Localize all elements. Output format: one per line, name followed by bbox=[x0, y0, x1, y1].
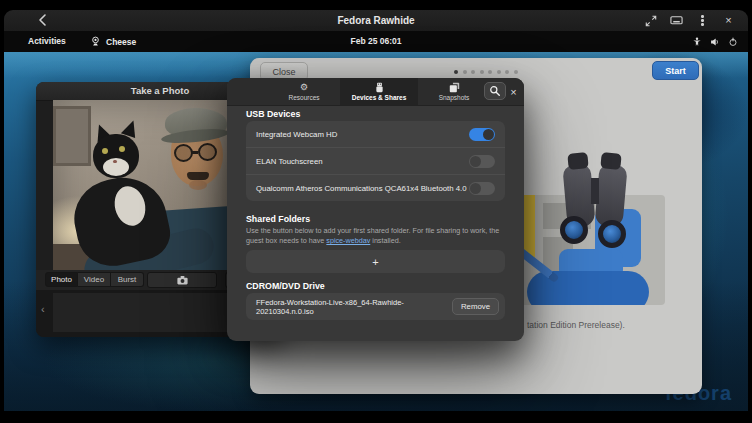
binoculars-eyepiece bbox=[567, 152, 588, 170]
carousel-dot[interactable] bbox=[505, 70, 509, 74]
status-area[interactable] bbox=[692, 31, 738, 52]
toggle-knob bbox=[470, 183, 481, 194]
keyboard-icon bbox=[670, 14, 683, 27]
binoculars-bridge bbox=[591, 178, 599, 204]
carousel-dot[interactable] bbox=[497, 70, 501, 74]
wall-picture bbox=[53, 106, 91, 166]
keyboard-button[interactable] bbox=[669, 13, 684, 28]
toggle-switch[interactable] bbox=[469, 182, 495, 195]
tour-start-button[interactable]: Start bbox=[652, 61, 699, 80]
usb-device-name: ELAN Touchscreen bbox=[256, 157, 469, 166]
binoculars-lens bbox=[598, 220, 626, 248]
boxes-window: Fedora Rawhide × Activities Cheese Feb 2… bbox=[0, 0, 752, 423]
close-icon: × bbox=[510, 86, 516, 98]
clock[interactable]: Feb 25 06:01 bbox=[4, 31, 748, 52]
carousel-dot[interactable] bbox=[488, 70, 492, 74]
usb-device-list: Integrated Webcam HDELAN TouchscreenQual… bbox=[246, 121, 505, 201]
power-icon bbox=[728, 37, 738, 47]
tab-snapshots[interactable]: Snapshots bbox=[418, 78, 490, 105]
back-button[interactable] bbox=[36, 13, 52, 28]
usb-device-name: Integrated Webcam HD bbox=[256, 130, 469, 139]
carousel-dot[interactable] bbox=[471, 70, 475, 74]
chevron-left-icon: ‹ bbox=[41, 303, 45, 315]
iso-name: FFedora-Workstation-Live-x86_64-Rawhide-… bbox=[256, 298, 452, 316]
boxes-titlebar: Fedora Rawhide × bbox=[4, 10, 748, 32]
cdrom-row: FFedora-Workstation-Live-x86_64-Rawhide-… bbox=[246, 293, 505, 320]
fullscreen-button[interactable] bbox=[643, 13, 658, 28]
cheese-tab-video[interactable]: Video bbox=[78, 272, 111, 287]
tab-resources[interactable]: ⚙Resources bbox=[268, 78, 340, 105]
toggle-switch[interactable] bbox=[469, 155, 495, 168]
take-photo-button[interactable] bbox=[147, 272, 217, 288]
toggle-knob bbox=[470, 156, 481, 167]
toggle-switch[interactable] bbox=[469, 128, 495, 141]
tab-label: Resources bbox=[288, 94, 319, 101]
gallery-prev-button[interactable]: ‹ bbox=[41, 303, 45, 315]
cheese-tab-photo[interactable]: Photo bbox=[45, 272, 78, 287]
tab-label: Devices & Shares bbox=[352, 94, 407, 101]
spice-webdav-link[interactable]: spice-webdav bbox=[326, 236, 370, 245]
menu-button[interactable] bbox=[695, 13, 710, 28]
camera-shutter-icon bbox=[176, 275, 189, 286]
window-title: Fedora Rawhide bbox=[4, 10, 748, 31]
search-icon bbox=[489, 85, 501, 97]
toggle-knob bbox=[483, 129, 494, 140]
person-chin bbox=[189, 180, 207, 190]
tab-label: Snapshots bbox=[439, 94, 470, 101]
carousel-dot[interactable] bbox=[463, 70, 467, 74]
usb-section-title: USB Devices bbox=[246, 109, 300, 119]
usb-device-row: Qualcomm Atheros Communications QCA61x4 … bbox=[246, 175, 505, 201]
cdrom-section-title: CDROM/DVD Drive bbox=[246, 281, 325, 291]
close-icon: × bbox=[725, 15, 731, 26]
binoculars-eyepiece bbox=[600, 152, 621, 170]
description-text: installed. bbox=[370, 236, 400, 245]
usb-device-name: Qualcomm Atheros Communications QCA61x4 … bbox=[256, 184, 469, 193]
glasses-left-lens bbox=[174, 144, 193, 162]
usb-icon bbox=[374, 82, 385, 93]
usb-device-row: ELAN Touchscreen bbox=[246, 148, 505, 175]
search-button[interactable] bbox=[484, 82, 506, 100]
remove-iso-button[interactable]: Remove bbox=[452, 298, 499, 315]
kebab-menu-icon bbox=[701, 14, 704, 27]
dialog-close-button[interactable]: × bbox=[506, 78, 521, 105]
carousel-dot[interactable] bbox=[454, 70, 458, 74]
snapshots-icon bbox=[449, 82, 460, 93]
binoculars-barrel bbox=[594, 164, 627, 228]
back-chevron-icon bbox=[36, 13, 52, 27]
fullscreen-icon bbox=[645, 15, 657, 27]
gear-icon: ⚙ bbox=[300, 82, 308, 93]
usb-device-row: Integrated Webcam HD bbox=[246, 121, 505, 148]
cat-nose bbox=[113, 160, 117, 163]
close-window-button[interactable]: × bbox=[721, 13, 736, 28]
carousel-dot[interactable] bbox=[480, 70, 484, 74]
add-shared-folder-button[interactable]: + bbox=[246, 250, 505, 273]
carousel-dot[interactable] bbox=[514, 70, 518, 74]
tab-devices-shares[interactable]: Devices & Shares bbox=[340, 78, 418, 105]
person-mustache bbox=[187, 172, 209, 180]
tour-caption: tation Edition Prerelease). bbox=[527, 320, 625, 330]
carousel-dots[interactable] bbox=[454, 70, 518, 74]
cat-eye bbox=[119, 146, 125, 152]
dialog-header: ⚙ResourcesDevices & SharesSnapshots × bbox=[227, 78, 524, 106]
dialog-tabs: ⚙ResourcesDevices & SharesSnapshots bbox=[268, 78, 490, 105]
gnome-top-bar: Activities Cheese Feb 25 06:01 bbox=[4, 31, 748, 52]
cat-eye bbox=[102, 148, 108, 154]
volume-icon bbox=[710, 37, 720, 47]
properties-dialog: ⚙ResourcesDevices & SharesSnapshots × US… bbox=[227, 78, 524, 341]
glasses-right-lens bbox=[198, 143, 217, 161]
cheese-mode-tabs: PhotoVideoBurst bbox=[45, 272, 144, 287]
shared-folders-description: Use the button below to add your first s… bbox=[246, 226, 505, 246]
binoculars-lens bbox=[560, 216, 588, 244]
shared-section-title: Shared Folders bbox=[246, 214, 310, 224]
glasses-bridge bbox=[192, 151, 198, 154]
accessibility-icon bbox=[692, 37, 702, 47]
cheese-tab-burst[interactable]: Burst bbox=[111, 272, 144, 287]
